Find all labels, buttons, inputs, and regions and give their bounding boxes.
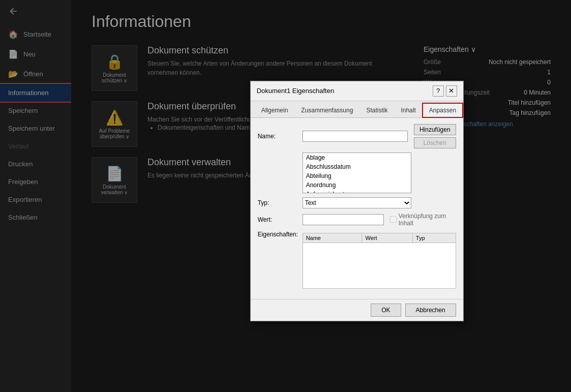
col-name: Name bbox=[303, 233, 362, 243]
name-input[interactable] bbox=[303, 130, 408, 141]
col-wert: Wert bbox=[362, 233, 412, 243]
listbox-item[interactable]: Ablage bbox=[303, 153, 411, 162]
verknuepfung-wrapper: Verknüpfung zum Inhalt bbox=[390, 212, 456, 226]
wert-row: Wert: Verknüpfung zum Inhalt bbox=[258, 212, 456, 226]
listbox-item[interactable]: Aufgezeichnet von bbox=[303, 189, 411, 193]
typ-select[interactable]: TextDatumZahlJa/Nein bbox=[303, 197, 411, 208]
side-buttons: Hinzufügen Löschen bbox=[414, 124, 456, 148]
name-row: Name: Hinzufügen Löschen bbox=[258, 124, 456, 148]
dialog-title: Dokument1 Eigenschaften bbox=[257, 87, 334, 95]
abbrechen-button[interactable]: Abbrechen bbox=[405, 303, 456, 316]
wert-label: Wert: bbox=[258, 216, 298, 223]
dialog-titlebar: Dokument1 Eigenschaften ? ✕ bbox=[251, 81, 463, 101]
col-typ: Typ bbox=[412, 233, 456, 243]
typ-row: Typ: TextDatumZahlJa/Nein bbox=[258, 197, 456, 208]
verknuepfung-label: Verknüpfung zum Inhalt bbox=[399, 212, 456, 226]
tab-statistik[interactable]: Statistik bbox=[359, 103, 394, 117]
tab-anpassen[interactable]: Anpassen bbox=[423, 103, 463, 117]
hinzufuegen-button[interactable]: Hinzufügen bbox=[414, 124, 456, 135]
dialog-controls: ? ✕ bbox=[433, 85, 457, 96]
listbox-item[interactable]: Abschlussdatum bbox=[303, 162, 411, 171]
tab-allgemein[interactable]: Allgemein bbox=[255, 103, 295, 117]
eigenschaften-table: Name Wert Typ bbox=[303, 232, 456, 288]
dialog-footer: OK Abbrechen bbox=[251, 298, 463, 320]
tab-zusammenfassung[interactable]: Zusammenfassung bbox=[294, 103, 359, 117]
dialog-tabs: Allgemein Zusammenfassung Statistik Inha… bbox=[251, 101, 463, 117]
typ-label: Typ: bbox=[258, 199, 298, 206]
dialog-close-button[interactable]: ✕ bbox=[446, 85, 457, 96]
dialog-eigenschaften: Dokument1 Eigenschaften ? ✕ Allgemein Zu… bbox=[250, 80, 464, 321]
listbox-item[interactable]: Anordnung bbox=[303, 180, 411, 189]
property-name-listbox[interactable]: AblageAbschlussdatumAbteilungAnordnungAu… bbox=[303, 152, 411, 193]
wert-input[interactable] bbox=[303, 214, 384, 225]
name-label: Name: bbox=[258, 132, 298, 139]
verknuepfung-checkbox[interactable] bbox=[390, 216, 397, 223]
ok-button[interactable]: OK bbox=[371, 303, 401, 316]
tab-inhalt[interactable]: Inhalt bbox=[394, 103, 422, 117]
listbox-item[interactable]: Abteilung bbox=[303, 171, 411, 180]
dialog-body: Name: Hinzufügen Löschen AblageAbschluss… bbox=[251, 117, 463, 298]
listbox-row: AblageAbschlussdatumAbteilungAnordnungAu… bbox=[258, 152, 456, 193]
eigenschaften-label: Eigenschaften: bbox=[258, 230, 298, 237]
dialog-help-button[interactable]: ? bbox=[433, 85, 444, 96]
loeschen-button[interactable]: Löschen bbox=[414, 137, 456, 148]
eigenschaften-row: Eigenschaften: Name Wert Typ bbox=[258, 230, 456, 288]
